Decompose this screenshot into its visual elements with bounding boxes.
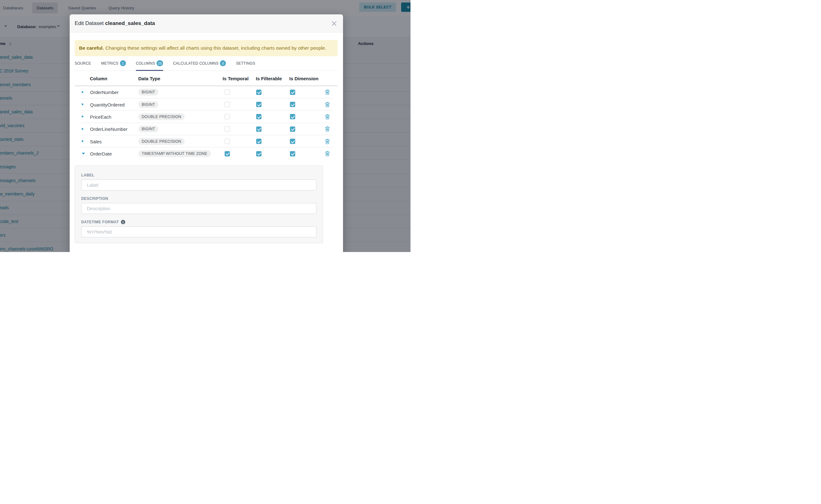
data-type-pill: DOUBLE PRECISION (138, 113, 185, 120)
is-filterable-checkbox[interactable] (256, 102, 261, 107)
is-filterable-checkbox[interactable] (256, 126, 261, 132)
is-filterable-checkbox[interactable] (256, 90, 261, 95)
column-row-priceeach: PriceEach DOUBLE PRECISION (75, 111, 338, 123)
is-filterable-checkbox[interactable] (256, 139, 261, 144)
is-dimension-checkbox[interactable] (290, 90, 295, 95)
is-temporal-checkbox[interactable] (225, 90, 230, 95)
data-type-pill: DOUBLE PRECISION (138, 138, 185, 145)
column-row-ordernumber: OrderNumber BIGINT (75, 86, 338, 98)
edit-dataset-modal: Edit Dataset cleaned_sales_data Be caref… (70, 14, 343, 252)
metrics-count-badge: 1 (120, 60, 126, 66)
is-dimension-checkbox[interactable] (290, 139, 295, 144)
data-type-pill: BIGINT (138, 126, 159, 132)
modal-body: Be careful. Changing these settings will… (70, 40, 343, 244)
modal-title: Edit Dataset cleaned_sales_data (75, 20, 155, 27)
column-name: Sales (90, 139, 102, 144)
tab-metrics[interactable]: METRICS1 (101, 56, 126, 71)
calculated-columns-count-badge: 0 (220, 60, 226, 66)
header-is-filterable: Is Filterable (256, 76, 282, 81)
modal-title-prefix: Edit Dataset (75, 20, 105, 26)
warning-text: Changing these settings will affect all … (105, 45, 326, 51)
is-dimension-checkbox[interactable] (290, 126, 295, 132)
is-filterable-checkbox[interactable] (256, 151, 261, 156)
expand-caret-icon[interactable] (82, 103, 84, 106)
collapse-caret-icon[interactable] (82, 153, 85, 155)
is-temporal-checkbox[interactable] (225, 126, 230, 132)
column-detail-panel: LABEL DESCRIPTION DATETIME FORMATi (75, 166, 323, 243)
tab-settings[interactable]: SETTINGS (236, 56, 255, 71)
is-dimension-checkbox[interactable] (290, 102, 295, 107)
expand-caret-icon[interactable] (82, 91, 84, 93)
data-type-pill: BIGINT (138, 101, 159, 108)
info-icon[interactable]: i (121, 220, 125, 224)
header-is-temporal: Is Temporal (223, 76, 249, 81)
modal-title-dataset-name: cleaned_sales_data (105, 20, 155, 26)
delete-icon[interactable] (325, 102, 330, 107)
delete-icon[interactable] (325, 151, 330, 156)
tab-source[interactable]: SOURCE (75, 56, 91, 71)
is-dimension-checkbox[interactable] (290, 151, 295, 156)
datetime-format-field-label: DATETIME FORMATi (81, 214, 316, 224)
delete-icon[interactable] (325, 90, 330, 95)
column-name: OrderDate (90, 151, 112, 156)
delete-icon[interactable] (325, 126, 330, 132)
column-row-orderdate-expanded: OrderDate TIMESTAMP WITHOUT TIME ZONE (75, 147, 338, 160)
tab-calculated-columns[interactable]: CALCULATED COLUMNS0 (173, 56, 226, 71)
expand-caret-icon[interactable] (82, 140, 84, 142)
expand-caret-icon[interactable] (82, 128, 84, 130)
columns-count-badge: 25 (156, 60, 163, 66)
description-input[interactable] (81, 203, 316, 214)
is-temporal-checkbox[interactable] (225, 114, 230, 119)
label-field-label: LABEL (81, 166, 316, 177)
delete-icon[interactable] (325, 139, 330, 144)
header-data-type: Data Type (138, 76, 161, 81)
data-type-pill: TIMESTAMP WITHOUT TIME ZONE (138, 150, 211, 157)
column-name: QuantityOrdered (90, 102, 125, 107)
columns-table-header: Column Data Type Is Temporal Is Filterab… (75, 71, 338, 86)
delete-icon[interactable] (325, 114, 330, 119)
label-input[interactable] (81, 180, 316, 190)
screen: Databases Datasets Saved Queries Query H… (0, 0, 410, 252)
header-column: Column (90, 76, 107, 81)
datetime-format-input[interactable] (81, 226, 316, 237)
warning-bold-text: Be careful. (79, 45, 104, 51)
column-row-orderlinenumber: OrderLineNumber BIGINT (75, 123, 338, 135)
description-field-label: DESCRIPTION (81, 190, 316, 201)
column-name: OrderNumber (90, 90, 119, 95)
warning-banner: Be careful. Changing these settings will… (75, 40, 338, 56)
column-row-quantityordered: QuantityOrdered BIGINT (75, 98, 338, 111)
header-is-dimension: Is Dimension (289, 76, 318, 81)
tab-columns[interactable]: COLUMNS25 (136, 56, 163, 71)
modal-header: Edit Dataset cleaned_sales_data (70, 14, 343, 32)
is-temporal-checkbox[interactable] (225, 102, 230, 107)
modal-tabs: SOURCE METRICS1 COLUMNS25 CALCULATED COL… (75, 56, 338, 71)
column-name: OrderLineNumber (90, 126, 127, 132)
is-filterable-checkbox[interactable] (256, 114, 261, 119)
is-temporal-checkbox[interactable] (225, 151, 230, 156)
is-dimension-checkbox[interactable] (290, 114, 295, 119)
data-type-pill: BIGINT (138, 89, 159, 96)
is-temporal-checkbox[interactable] (225, 139, 230, 144)
close-icon[interactable] (330, 19, 339, 28)
expand-caret-icon[interactable] (82, 115, 84, 118)
column-row-sales: Sales DOUBLE PRECISION (75, 135, 338, 147)
column-name: PriceEach (90, 114, 111, 119)
